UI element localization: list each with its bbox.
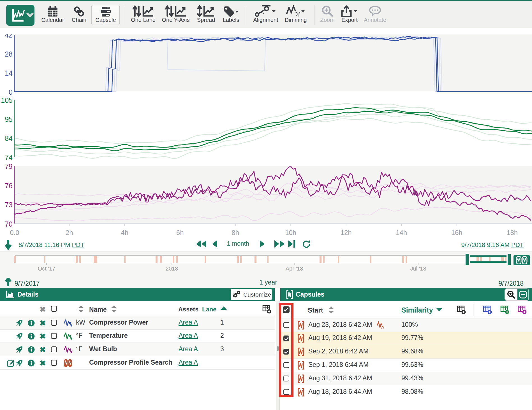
- svg-text:6h: 6h: [176, 229, 184, 236]
- svg-text:4h: 4h: [121, 229, 128, 236]
- svg-text:16h: 16h: [451, 229, 462, 236]
- svg-text:0.0: 0.0: [10, 229, 19, 236]
- svg-text:74: 74: [5, 153, 13, 161]
- svg-text:73: 73: [5, 201, 13, 209]
- svg-text:105: 105: [1, 96, 13, 104]
- svg-text:2h: 2h: [66, 229, 73, 236]
- svg-text:79: 79: [5, 162, 13, 170]
- svg-text:84: 84: [5, 134, 13, 142]
- svg-text:28: 28: [5, 50, 13, 58]
- svg-text:12h: 12h: [341, 229, 352, 236]
- svg-text:14h: 14h: [396, 229, 407, 236]
- svg-text:14: 14: [5, 69, 13, 77]
- svg-text:0: 0: [9, 88, 13, 96]
- svg-text:10h: 10h: [285, 229, 296, 236]
- svg-text:95: 95: [5, 115, 13, 123]
- svg-text:18h: 18h: [506, 229, 518, 236]
- svg-text:70: 70: [5, 220, 13, 228]
- svg-text:76: 76: [5, 182, 13, 190]
- svg-text:8h: 8h: [232, 229, 239, 236]
